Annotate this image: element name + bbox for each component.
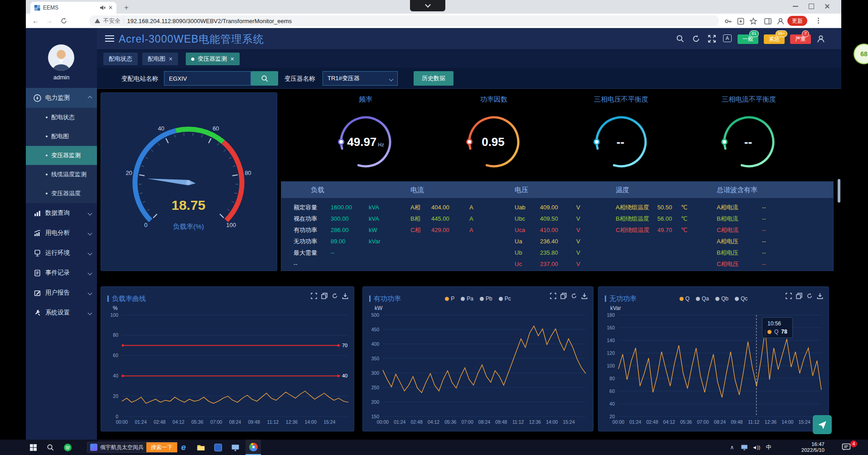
table-row: Ub235.80V [515,247,591,258]
avatar[interactable] [48,44,74,71]
svg-text:160: 160 [607,325,615,330]
transformer-select[interactable]: TR1#变压器 [323,71,398,86]
taskbar-search-icon[interactable] [43,440,57,455]
svg-text:60: 60 [113,353,118,358]
sidebar-item-power-analysis[interactable]: 用电分析 [26,223,97,243]
tray-expand-icon[interactable]: ∧ [728,440,737,455]
search-icon[interactable] [676,34,685,43]
overlay-counter-badge[interactable]: 68 [854,44,868,64]
window-close-button[interactable] [825,4,830,9]
chrome-update-button[interactable]: 更新 [787,16,807,26]
news-widget-icon [90,444,97,451]
send-icon [817,420,827,430]
install-icon[interactable] [737,17,745,25]
window-maximize-button[interactable] [809,4,814,9]
news-search-widget[interactable]: 俄宇航员太空阅兵 搜索一下 [87,442,178,453]
station-input[interactable]: EGXIV [164,71,251,86]
start-button[interactable] [26,440,40,455]
reactive-power-chart[interactable]: 2040608010012014016018000:0001:2402:4804… [598,287,829,432]
table-row: Uca410.00V [515,224,591,236]
load-rate-chart[interactable]: 02040608010000:0001:2402:4804:1205:3607:… [101,287,355,432]
alarm-critical-button[interactable]: 严重 7 [790,34,811,44]
table-row: B相电压-- [717,247,789,258]
active-power-chart[interactable]: 15020025030035040045050000:0001:2402:480… [363,287,594,432]
close-icon[interactable]: ✕ [230,56,234,62]
sidebar-item-operating-environment[interactable]: 运行环境 [26,243,97,263]
chart-panel-reactive-power: 无功功率 Q Qa Qb Qc kVar 2040608010012014016… [598,286,829,431]
svg-text:11:12: 11:12 [512,419,524,425]
refresh-icon[interactable] [692,34,700,43]
forward-icon[interactable]: → [46,17,53,24]
svg-text:08:24: 08:24 [478,419,490,425]
close-icon[interactable]: ✕ [169,56,173,62]
url-text: 192.168.204.112:8090/3000WEBV2/Transform… [127,18,292,24]
ring-unit: Hz [378,142,384,147]
back-icon[interactable]: ← [32,17,39,24]
svg-text:01:24: 01:24 [629,419,641,425]
svg-text:200: 200 [371,399,379,405]
app-icon[interactable] [211,440,225,455]
browser-tab[interactable]: EEMS ✕ [30,2,116,14]
side-panel-icon[interactable] [764,17,772,25]
spotify-icon[interactable] [61,440,74,455]
window-minimize-button[interactable] [793,4,798,9]
svg-text:00:00: 00:00 [377,419,389,425]
file-explorer-icon[interactable] [194,440,207,455]
scrollbar-thumb[interactable] [838,179,840,203]
address-bar[interactable]: 不安全 192.168.204.112:8090/3000WEBV2/Trans… [89,15,719,26]
svg-text:12:36: 12:36 [765,419,776,425]
table-row: B相绕组温度56.00℃ [616,213,694,224]
display-app-icon[interactable] [228,440,242,455]
tab-audio-icon[interactable] [99,5,106,11]
table-row: C相429.00A [410,224,484,236]
alarm-general-button[interactable]: 一般 81 [738,34,758,44]
svg-text:12:36: 12:36 [286,419,298,425]
news-search-button[interactable]: 搜索一下 [146,442,177,452]
tray-display-icon[interactable] [739,440,749,455]
tab-close-icon[interactable]: ✕ [108,5,113,11]
sidebar-item-user-report[interactable]: 用户报告 [26,283,97,303]
sidebar-item-event-log[interactable]: 事件记录 [26,263,97,283]
sidebar-item-power-monitoring[interactable]: 电力监测 [26,88,97,108]
profile-avatar-icon[interactable] [776,17,785,25]
browser-menu-icon[interactable] [818,18,819,19]
fullscreen-icon[interactable] [708,34,716,43]
sidebar-item-transformer-monitoring[interactable]: 变压器监测 [26,146,97,165]
environment-icon [34,249,41,257]
ime-indicator[interactable]: 中 [764,440,774,455]
load-rate-gauge-panel: 02040608010018.75负载率(%) [101,92,277,271]
app-title: Acrel-3000WEB电能管理系统 [119,32,264,46]
svg-text:20: 20 [125,169,132,176]
user-icon[interactable] [816,34,825,44]
password-key-icon[interactable] [724,17,732,25]
svg-text:60: 60 [212,125,219,132]
view-tab-distribution-diagram[interactable]: 配电图✕ [142,53,178,65]
reload-icon[interactable] [60,17,68,24]
sidebar-item-transformer-temperature[interactable]: 变压器温度 [26,184,97,203]
sidebar-item-distribution-status[interactable]: 配电状态 [26,108,97,127]
station-label: 变配电站名称 [121,75,158,83]
recording-overlay[interactable] [410,0,445,11]
table-row: 视在功率300.00kVA [294,213,383,224]
view-tab-distribution-status[interactable]: 配电状态 [103,53,138,65]
alarm-urgent-button[interactable]: 紧急 99+ [764,34,785,44]
sidebar-item-cable-temperature[interactable]: 线缆温度监测 [26,165,97,184]
table-row: 额定容量1600.00kVA [294,202,383,213]
notification-center-icon[interactable]: 4 [839,442,854,453]
taskbar-clock[interactable]: 16:47 2022/5/10 [801,441,825,453]
menu-toggle-icon[interactable] [105,35,114,42]
new-tab-button[interactable]: + [122,3,131,12]
chat-float-button[interactable] [813,415,832,434]
chrome-icon[interactable] [246,440,261,455]
view-tab-transformer-monitoring[interactable]: 变压器监测✕ [186,53,240,65]
sidebar-item-data-query[interactable]: 数据查询 [26,203,97,223]
ie-icon[interactable]: e [177,440,190,455]
tray-volume-icon[interactable]: ◄)) [751,440,761,455]
translate-icon[interactable]: A [723,34,732,42]
station-search-button[interactable] [251,71,278,86]
ring-gauge-frequency: 频率 49.97Hz [311,95,420,181]
sidebar-item-system-settings[interactable]: 系统设置 [26,303,97,323]
bookmark-star-icon[interactable] [749,17,757,25]
sidebar-item-distribution-diagram[interactable]: 配电图 [26,127,97,146]
history-data-button[interactable]: 历史数据 [414,71,453,86]
